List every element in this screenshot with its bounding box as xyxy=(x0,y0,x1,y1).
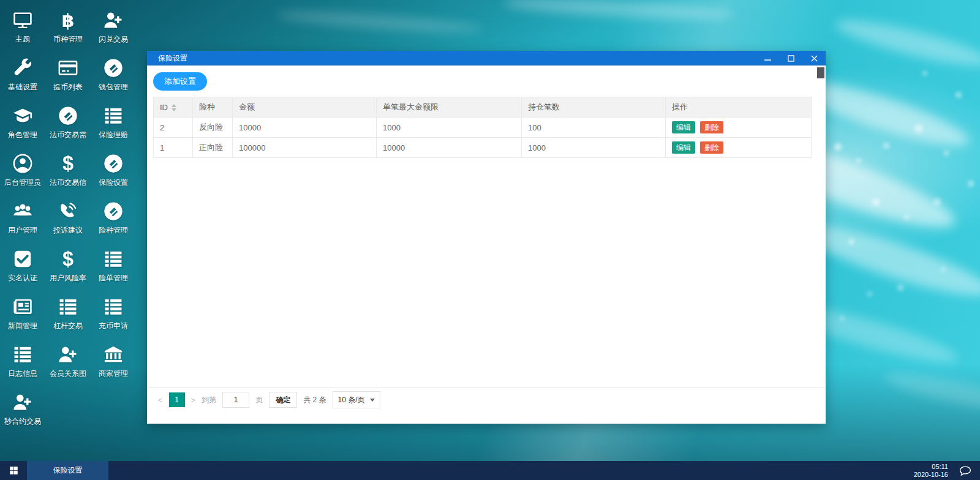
desktop-icon-label: 实名认证 xyxy=(8,273,37,283)
svg-text:$: $ xyxy=(62,153,74,174)
user-plus-icon xyxy=(12,391,33,414)
desktop-icon-label: 用户风险率 xyxy=(50,273,86,283)
sort-icon[interactable] xyxy=(172,104,176,111)
table-cell: 正向险 xyxy=(193,138,233,158)
desktop-icon-险种管理[interactable]: 险种管理 xyxy=(91,195,136,242)
pagination-next[interactable]: > xyxy=(191,396,196,405)
bank-icon xyxy=(103,343,124,366)
desktop-icon-币种管理[interactable]: ฿币种管理 xyxy=(45,4,91,51)
coin-icon xyxy=(103,56,124,80)
desktop-icon-新闻管理[interactable]: 新闻管理 xyxy=(0,290,45,338)
desktop-icon-杠杆交易[interactable]: 杠杆交易 xyxy=(45,290,91,338)
coin-icon xyxy=(103,200,124,223)
desktop-icon-法币交易需[interactable]: 法币交易需 xyxy=(45,99,91,147)
dollar-icon: $ xyxy=(58,152,78,175)
column-header: 金额 xyxy=(233,97,377,118)
desktop-icon-label: 提币列表 xyxy=(53,82,83,92)
delete-button[interactable]: 删除 xyxy=(700,121,723,133)
pagination-confirm-button[interactable]: 确定 xyxy=(269,392,297,408)
desktop-icon-秒合约交易[interactable]: 秒合约交易 xyxy=(0,386,45,433)
desktop-icon-用户管理[interactable]: 用户管理 xyxy=(0,195,45,242)
pagination-goto-label: 到第 xyxy=(202,395,216,405)
desktop-icon-险单管理[interactable]: 险单管理 xyxy=(91,242,136,290)
desktop-icon-label: 险种管理 xyxy=(99,225,128,236)
phone-icon xyxy=(58,200,78,223)
start-button[interactable] xyxy=(0,461,27,480)
desktop-icon-法币交易信[interactable]: $法币交易信 xyxy=(45,147,91,195)
desktop-icon-label: 闪兑交易 xyxy=(99,34,128,45)
monitor-icon xyxy=(12,9,33,32)
coin-icon xyxy=(103,152,124,175)
desktop-icon-后台管理员[interactable]: 后台管理员 xyxy=(0,147,45,195)
table-cell: 10000 xyxy=(233,118,377,138)
desktop-icon-label: 用户管理 xyxy=(8,225,37,236)
window-controls xyxy=(756,51,826,66)
clock-time: 05:11 xyxy=(914,463,948,471)
taskbar-clock[interactable]: 05:11 2020-10-16 xyxy=(914,463,948,479)
desktop-icon-充币申请[interactable]: 充币申请 xyxy=(91,290,136,338)
desktop-icon-label: 币种管理 xyxy=(53,34,83,45)
user-circle-icon xyxy=(12,152,33,175)
column-header-label: 险种 xyxy=(199,102,215,111)
delete-button[interactable]: 删除 xyxy=(700,141,723,154)
column-header[interactable]: ID xyxy=(154,97,193,118)
page-size-select[interactable]: 10 条/页 xyxy=(333,391,380,408)
taskbar: 保险设置 05:11 2020-10-16 xyxy=(0,461,980,480)
newspaper-icon xyxy=(12,295,33,318)
desktop-icon-label: 新闻管理 xyxy=(8,321,37,331)
desktop-icon-主题[interactable]: 主题 xyxy=(0,4,45,51)
desktop-icon-保险理赔[interactable]: 保险理赔 xyxy=(91,99,136,147)
table-cell: 2 xyxy=(154,118,193,138)
desktop-icon-用户风险率[interactable]: $用户风险率 xyxy=(45,242,91,290)
add-setting-button[interactable]: 添加设置 xyxy=(153,72,207,91)
edit-button[interactable]: 编辑 xyxy=(672,141,695,154)
page-size-value: 10 条/页 xyxy=(338,395,365,405)
minimize-button[interactable] xyxy=(756,51,779,66)
bitcoin-icon: ฿ xyxy=(58,9,78,32)
maximize-button[interactable] xyxy=(779,51,802,66)
scrollbar-thumb[interactable] xyxy=(817,67,824,78)
desktop-icon-日志信息[interactable]: 日志信息 xyxy=(0,338,45,386)
desktop-icon-商家管理[interactable]: 商家管理 xyxy=(91,338,136,386)
chat-bubble-icon[interactable] xyxy=(958,463,973,478)
list-icon xyxy=(12,343,33,366)
desktop-icon-投诉建议[interactable]: 投诉建议 xyxy=(45,195,91,242)
window-content: 添加设置 ID险种金额单笔最大金额限持仓笔数操作 2反向险10000100010… xyxy=(147,66,826,424)
column-header-label: 持仓笔数 xyxy=(528,102,560,111)
window-titlebar[interactable]: 保险设置 xyxy=(147,51,826,66)
desktop-icon-label: 投诉建议 xyxy=(53,225,83,236)
desktop-icon-基础设置[interactable]: 基础设置 xyxy=(0,51,45,99)
column-header-label: 操作 xyxy=(672,102,688,111)
desktop-icon-label: 险单管理 xyxy=(99,273,128,283)
desktop-icon-会员关系图[interactable]: 会员关系图 xyxy=(45,338,91,386)
pagination-bar: < 1 > 到第 页 确定 共 2 条 10 条/页 xyxy=(147,387,826,412)
desktop-icon-label: 角色管理 xyxy=(8,130,37,140)
close-button[interactable] xyxy=(802,51,826,66)
desktop-icon-保险设置[interactable]: 保险设置 xyxy=(91,147,136,195)
insurance-table: ID险种金额单笔最大金额限持仓笔数操作 2反向险100001000100编辑删除… xyxy=(153,97,812,158)
pagination-current-page[interactable]: 1 xyxy=(169,392,185,407)
pagination-page-input[interactable] xyxy=(222,392,249,408)
windows-logo-icon xyxy=(9,466,18,475)
table-row: 1正向险100000100001000编辑删除 xyxy=(154,138,812,158)
desktop-icon-闪兑交易[interactable]: 闪兑交易 xyxy=(91,4,136,51)
user-plus-icon xyxy=(103,9,124,32)
pagination-page-label: 页 xyxy=(255,395,263,405)
column-header: 险种 xyxy=(193,97,233,118)
wrench-icon xyxy=(12,56,33,80)
pagination-prev[interactable]: < xyxy=(158,396,163,405)
clock-date: 2020-10-16 xyxy=(914,471,948,479)
table-cell: 1 xyxy=(154,138,193,158)
insurance-settings-window: 保险设置 添加设置 ID险种金额单笔最大金额限持仓笔数操作 2反向险100001… xyxy=(147,51,826,424)
desktop-icon-钱包管理[interactable]: 钱包管理 xyxy=(91,51,136,99)
desktop-icon-角色管理[interactable]: 角色管理 xyxy=(0,99,45,147)
edit-button[interactable]: 编辑 xyxy=(672,121,695,133)
users-icon xyxy=(12,200,33,223)
column-header: 持仓笔数 xyxy=(522,97,666,118)
desktop-icon-实名认证[interactable]: 实名认证 xyxy=(0,242,45,290)
taskbar-task-insurance-settings[interactable]: 保险设置 xyxy=(27,461,108,480)
desktop-icon-提币列表[interactable]: 提币列表 xyxy=(45,51,91,99)
graduation-cap-icon xyxy=(12,104,33,127)
desktop-icon-label: 秒合约交易 xyxy=(4,416,41,427)
desktop-icon-label: 充币申请 xyxy=(99,321,128,331)
